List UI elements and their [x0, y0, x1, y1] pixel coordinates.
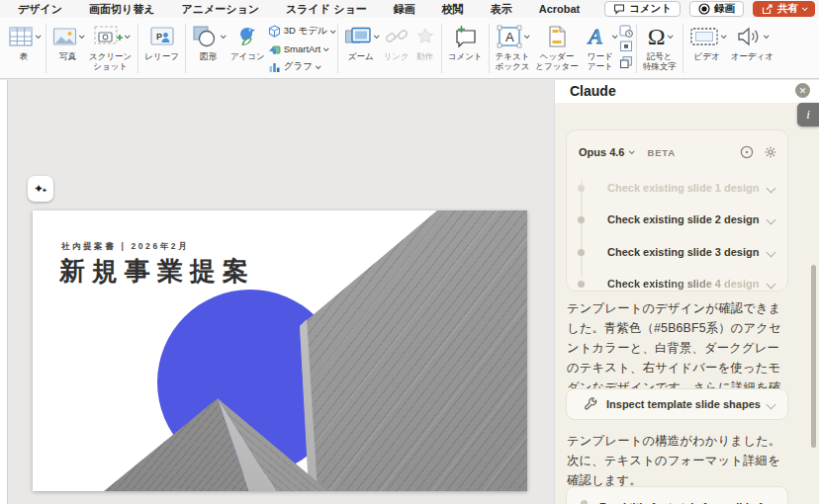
chevron-down-icon — [524, 33, 530, 39]
ribbon-symbol-button[interactable]: Ω 記号と特殊文字 — [640, 21, 680, 72]
chevron-down-icon — [629, 148, 635, 154]
ribbon-relief-button[interactable]: P レリーフ — [141, 21, 182, 62]
record-button[interactable]: 録画 — [689, 1, 744, 17]
header-footer-icon — [547, 25, 567, 48]
ribbon-icons-button[interactable]: アイコン — [228, 21, 268, 62]
designer-sparkle-button[interactable]: ✦✦ — [28, 176, 53, 202]
chevron-down-icon — [764, 33, 770, 39]
task-dot-icon — [578, 185, 585, 192]
ribbon-screenshot-button[interactable]: スクリーンショット — [86, 21, 135, 72]
zoom-slides-icon — [344, 27, 372, 46]
bar-chart-icon — [268, 60, 281, 73]
video-icon — [689, 26, 719, 47]
photo-icon — [52, 27, 77, 47]
menu-record[interactable]: 録画 — [394, 2, 415, 17]
new-comment-icon — [452, 25, 478, 48]
group-divider — [636, 24, 637, 73]
record-dot-icon — [698, 3, 710, 15]
slide-kicker-text[interactable]: 社内提案書 | 2026年2月 — [61, 241, 189, 253]
menu-animations[interactable]: アニメーション — [182, 2, 260, 17]
share-icon — [762, 4, 774, 15]
menu-review[interactable]: 校閲 — [442, 2, 464, 17]
model-row: Opus 4.6 BETA — [579, 144, 777, 160]
thumbnail-pane-edge[interactable] — [0, 80, 8, 504]
ribbon-audio-button[interactable]: オーディオ — [728, 21, 776, 62]
ribbon-action-button: 動作 — [412, 21, 438, 62]
beta-badge: BETA — [647, 147, 675, 158]
chevron-down-icon — [330, 28, 336, 34]
ribbon-wordart-button[interactable]: A ワードアート — [582, 21, 619, 72]
ribbon-shapes-button[interactable]: 図形 — [189, 21, 228, 62]
ribbon-3d-stack: 3D モデル SmartArt グラフ — [268, 21, 334, 75]
shapes-icon — [192, 25, 219, 48]
comments-button[interactable]: コメント — [604, 1, 681, 17]
ribbon-video-button[interactable]: ビデオ — [686, 21, 728, 62]
sidebar-scrollbar[interactable] — [811, 265, 816, 448]
share-button[interactable]: 共有 — [753, 1, 815, 17]
task-dot-icon — [578, 216, 585, 223]
chevron-down-icon — [36, 33, 42, 39]
ribbon-smartart-button[interactable]: SmartArt — [268, 41, 334, 57]
group-divider — [489, 24, 490, 73]
menu-design[interactable]: デザイン — [18, 2, 62, 17]
task-row[interactable]: Check existing slide 2 design — [567, 210, 787, 229]
task-row[interactable]: Check existing slide 3 design — [567, 242, 787, 262]
wrench-icon — [584, 397, 597, 411]
date-time-icon[interactable] — [619, 24, 633, 38]
cube-icon — [268, 25, 281, 38]
svg-text:P: P — [156, 32, 162, 42]
menu-view[interactable]: 表示 — [491, 2, 512, 17]
slide-number-icon[interactable] — [619, 40, 633, 53]
menu-transitions[interactable]: 画面切り替え — [89, 2, 155, 17]
task-row[interactable]: Check existing slide 1 design — [567, 178, 787, 198]
ribbon-insert-mini-stack — [619, 21, 633, 69]
omega-icon: Ω — [648, 24, 666, 50]
feedback-icon[interactable] — [740, 145, 754, 159]
task-row[interactable]: Check existing slide 4 design — [567, 274, 787, 294]
model-selector[interactable]: Opus 4.6 — [579, 146, 624, 158]
tool-call-card[interactable]: Read title font style from slide 1 — [566, 486, 788, 504]
slide-title-text[interactable]: 新規事業提案 — [59, 254, 255, 289]
menu-slideshow[interactable]: スライド ショー — [286, 2, 367, 17]
ribbon-photo-button[interactable]: 写真 — [49, 21, 86, 62]
ribbon-zoom-button[interactable]: ズーム — [341, 21, 381, 62]
smartart-icon — [268, 42, 281, 55]
assistant-message: テンプレートの構造がわかりました。次に、テキストのフォーマット詳細を確認します。 — [567, 431, 790, 490]
group-divider — [137, 24, 138, 73]
chevron-down-icon — [802, 5, 808, 11]
menu-acrobat[interactable]: Acrobat — [539, 3, 581, 15]
chevron-down-icon — [767, 279, 776, 289]
slide-canvas[interactable]: 社内提案書 | 2026年2月 新規事業提案 — [33, 210, 527, 491]
wordart-icon: A — [585, 25, 610, 48]
task-dot-icon — [581, 500, 588, 504]
table-icon — [8, 25, 34, 48]
tool-call-card[interactable]: Inspect template slide shapes — [566, 388, 788, 420]
task-group-card: Opus 4.6 BETA Check existing slide 1 des… — [566, 129, 788, 292]
svg-text:A: A — [587, 25, 602, 48]
ribbon-headerfooter-button[interactable]: ヘッダーとフッター — [532, 21, 581, 72]
bird-icon — [234, 25, 260, 48]
textbox-icon: A — [497, 25, 522, 48]
claude-sidebar: Claude ✕ Opus 4.6 BETA Check existing — [554, 80, 819, 504]
editor-canvas[interactable]: ✦✦ 社内提案書 | 2026年2月 新規事業提案 — [0, 80, 554, 504]
chevron-down-icon — [125, 33, 131, 39]
group-divider — [441, 24, 442, 73]
speaker-icon — [736, 26, 762, 47]
gear-icon[interactable] — [764, 145, 777, 159]
comment-bubble-icon — [613, 4, 625, 15]
ribbon-link-button: リンク — [381, 21, 412, 62]
info-tab-button[interactable]: i — [797, 103, 819, 126]
chevron-down-icon — [767, 183, 776, 193]
chevron-down-icon — [767, 214, 776, 224]
group-divider — [46, 24, 46, 73]
chevron-down-icon — [316, 63, 321, 69]
ribbon-textbox-button[interactable]: A テキストボックス — [493, 21, 533, 72]
ribbon-table-button[interactable]: 表 — [5, 21, 43, 62]
close-icon[interactable]: ✕ — [795, 83, 810, 98]
chevron-down-icon — [374, 33, 380, 39]
object-icon[interactable] — [619, 55, 633, 69]
ribbon-comment-button[interactable]: コメント — [445, 21, 486, 62]
ribbon-3d-model-button[interactable]: 3D モデル — [268, 23, 334, 40]
sidebar-body: Opus 4.6 BETA Check existing slide 1 des… — [555, 103, 819, 504]
ribbon-chart-button[interactable]: グラフ — [268, 58, 334, 75]
